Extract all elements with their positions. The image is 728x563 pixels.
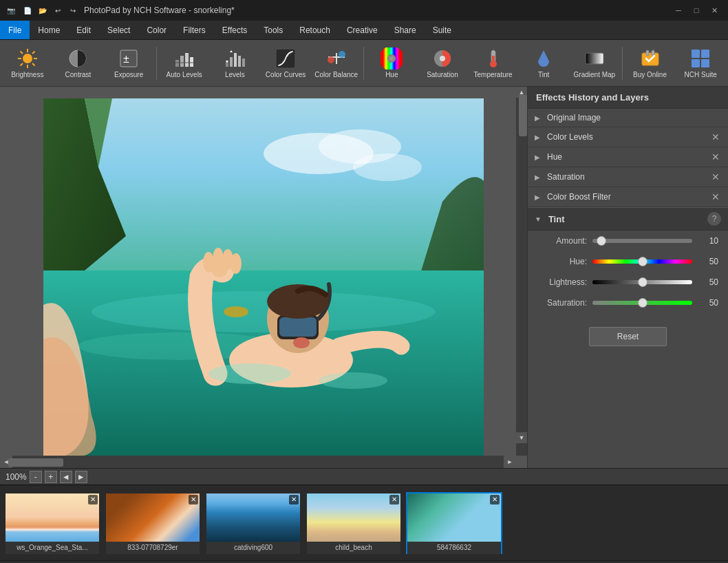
svg-rect-45	[692, 59, 700, 67]
film-close-child-beach[interactable]: ✕	[389, 495, 399, 504]
effect-saturation[interactable]: ▶ Saturation ✕	[528, 167, 728, 187]
saturation-slider[interactable]	[592, 301, 692, 305]
hue-slider[interactable]	[592, 259, 692, 264]
temperature-button[interactable]: Temperature	[469, 43, 518, 84]
zoom-decrease-button[interactable]: -	[30, 471, 42, 483]
film-thumb-ws-orange	[6, 493, 99, 542]
open-icon[interactable]: 📂	[37, 5, 48, 16]
effect-original-image[interactable]: ▶ Original Image	[528, 109, 728, 127]
menu-item-home[interactable]: Home	[30, 21, 68, 39]
effect-color-boost-filter[interactable]: ▶ Color Boost Filter ✕	[528, 187, 728, 207]
zoom-controls: 100% - + ◄ ►	[6, 471, 87, 483]
hue-thumb[interactable]	[638, 257, 647, 266]
menu-item-file[interactable]: File	[0, 21, 30, 39]
buy-online-button[interactable]: Buy Online	[625, 43, 675, 84]
canvas-hscroll[interactable]: ◄ ►	[0, 456, 516, 468]
effect-hue[interactable]: ▶ Hue ✕	[528, 147, 728, 167]
undo-icon[interactable]: ↩	[52, 5, 63, 16]
film-thumb-catdiving	[206, 493, 300, 542]
saturation-slider-row: Saturation: 50	[528, 293, 728, 313]
amount-thumb[interactable]	[597, 236, 606, 246]
reset-button[interactable]: Reset	[589, 327, 667, 346]
menu-item-retouch[interactable]: Retouch	[291, 21, 339, 39]
saturation-close-button[interactable]: ✕	[710, 171, 721, 182]
hue-button[interactable]: Hue	[367, 43, 416, 84]
saturation-thumb[interactable]	[638, 298, 647, 308]
scroll-right-arrow[interactable]: ►	[504, 456, 516, 468]
brightness-button[interactable]: Brightness	[3, 43, 52, 84]
film-label-ws-orange: ws_Orange_Sea_Sta...	[6, 542, 99, 554]
nch-suite-button[interactable]: NCH Suite	[676, 43, 725, 84]
effect-color-levels[interactable]: ▶ Color Levels ✕	[528, 127, 728, 147]
amount-slider[interactable]	[592, 239, 692, 243]
hue-label: Hue:	[537, 257, 587, 266]
svg-point-61	[213, 248, 224, 268]
film-item-snorkeling[interactable]: ✕ 584786632	[406, 492, 502, 554]
film-item-ws-orange[interactable]: ✕ ws_Orange_Sea_Sta...	[4, 492, 100, 554]
film-close-catdiving[interactable]: ✕	[289, 495, 299, 504]
auto-levels-icon	[173, 47, 195, 70]
vscroll-thumb[interactable]	[519, 95, 527, 136]
menu-item-suite[interactable]: Suite	[425, 21, 460, 39]
exposure-button[interactable]: ± Exposure	[104, 43, 153, 84]
menu-item-edit[interactable]: Edit	[68, 21, 99, 39]
minimize-button[interactable]: ─	[670, 3, 687, 17]
arrow-icon: ▶	[535, 114, 540, 122]
tint-button[interactable]: Tint	[519, 43, 568, 84]
color-curves-button[interactable]: Color Curves	[261, 43, 310, 84]
menu-item-select[interactable]: Select	[99, 21, 138, 39]
svg-rect-18	[230, 57, 233, 67]
svg-rect-39	[586, 53, 603, 64]
menu-item-effects[interactable]: Effects	[214, 21, 255, 39]
scroll-right-button[interactable]: ►	[75, 471, 87, 483]
hscroll-thumb[interactable]	[8, 458, 63, 467]
redo-icon[interactable]: ↪	[67, 5, 78, 16]
scroll-left-button[interactable]: ◄	[60, 471, 72, 483]
film-item-portrait[interactable]: ✕ 833-07708729er	[105, 492, 201, 554]
tint-panel: ▼ Tint ? Amount: 10 Hue: 50	[528, 207, 728, 360]
film-item-catdiving[interactable]: ✕ catdiving600	[205, 492, 301, 554]
color-balance-button[interactable]: Color Balance	[312, 43, 361, 84]
exposure-label: Exposure	[114, 71, 143, 79]
menu-item-tools[interactable]: Tools	[255, 21, 291, 39]
gradient-map-button[interactable]: Gradient Map	[570, 43, 619, 84]
menu-item-filters[interactable]: Filters	[175, 21, 214, 39]
svg-rect-12	[175, 60, 179, 67]
film-close-snorkeling[interactable]: ✕	[490, 495, 500, 504]
svg-rect-47	[43, 98, 484, 277]
color-levels-close-button[interactable]: ✕	[710, 131, 721, 142]
contrast-label: Contrast	[65, 71, 92, 79]
svg-rect-14	[185, 53, 189, 67]
new-icon[interactable]: 📄	[22, 5, 33, 16]
hue-close-button[interactable]: ✕	[710, 151, 721, 162]
color-boost-close-button[interactable]: ✕	[710, 191, 721, 202]
scroll-down-arrow[interactable]: ▼	[516, 432, 527, 443]
film-close-portrait[interactable]: ✕	[189, 495, 198, 504]
film-close-ws-orange[interactable]: ✕	[88, 495, 98, 504]
tint-expand-arrow[interactable]: ▼	[535, 215, 542, 223]
close-button[interactable]: ✕	[706, 3, 722, 17]
lightness-thumb[interactable]	[638, 277, 647, 287]
auto-levels-button[interactable]: Auto Levels	[160, 43, 209, 84]
contrast-icon	[67, 47, 89, 70]
menu-item-share[interactable]: Share	[386, 21, 425, 39]
svg-rect-19	[234, 53, 237, 67]
tint-help-button[interactable]: ?	[707, 212, 721, 226]
menu-item-color[interactable]: Color	[138, 21, 175, 39]
levels-button[interactable]: Levels	[211, 43, 260, 84]
amount-label: Amount:	[537, 236, 587, 246]
film-thumb-child-beach	[307, 493, 400, 542]
contrast-button[interactable]: Contrast	[54, 43, 103, 84]
zoom-increase-button[interactable]: +	[45, 471, 57, 483]
canvas-vscroll[interactable]: ▲ ▼	[516, 87, 527, 456]
maximize-button[interactable]: □	[688, 3, 705, 17]
titlebar-quick-icons: 📄 📂 ↩ ↪	[22, 5, 78, 16]
saturation-button[interactable]: Saturation	[418, 43, 467, 84]
arrow-icon: ▶	[535, 153, 540, 161]
lightness-slider[interactable]	[592, 280, 692, 284]
tint-label: Tint	[538, 71, 549, 79]
film-item-child-beach[interactable]: ✕ child_beach	[306, 492, 402, 554]
menu-item-creative[interactable]: Creative	[339, 21, 386, 39]
svg-line-5	[20, 51, 23, 54]
svg-point-64	[224, 306, 248, 317]
